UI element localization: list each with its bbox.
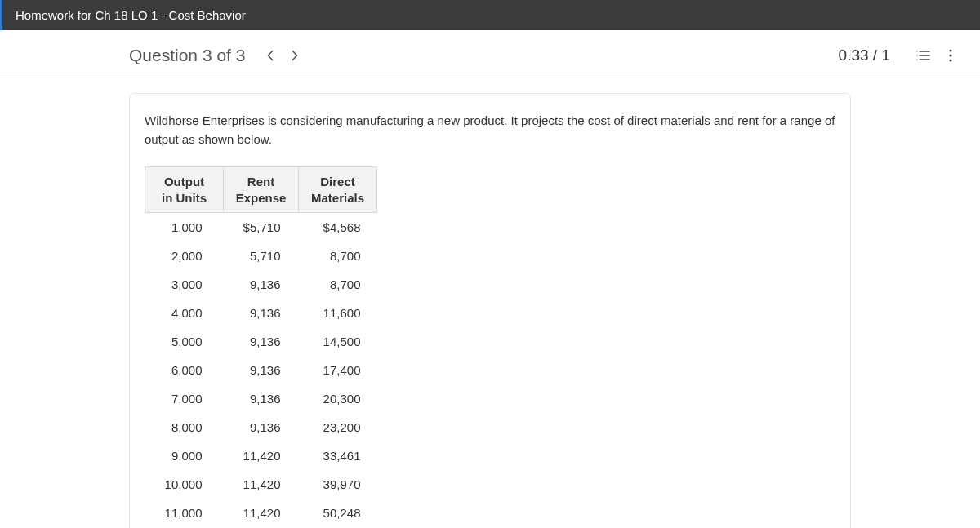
table-row: 5,0009,13614,500 (145, 327, 377, 356)
table-row: 4,0009,13611,600 (145, 299, 377, 327)
svg-point-7 (949, 54, 951, 56)
cell-rent: $5,710 (224, 213, 299, 242)
table-row: 1,000$5,710$4,568 (145, 213, 377, 242)
table-row: 9,00011,42033,461 (145, 441, 377, 470)
svg-point-6 (949, 49, 951, 51)
cell-direct-materials: 11,600 (299, 299, 377, 327)
cell-rent: 9,136 (224, 413, 299, 441)
cell-direct-materials: 23,200 (299, 413, 377, 441)
cell-direct-materials: 8,700 (299, 270, 377, 299)
cell-output: 10,000 (145, 470, 224, 499)
chevron-left-icon (266, 50, 274, 61)
cell-output: 6,000 (145, 356, 224, 384)
cell-rent: 9,136 (224, 270, 299, 299)
cell-output: 1,000 (145, 213, 224, 242)
col-header-rent: Rent Expense (224, 167, 299, 213)
page-header: Homework for Ch 18 LO 1 - Cost Behavior (0, 0, 980, 30)
svg-point-2 (916, 55, 917, 55)
page-title: Homework for Ch 18 LO 1 - Cost Behavior (16, 8, 246, 22)
table-row: 8,0009,13623,200 (145, 413, 377, 441)
question-nav-bar: Question 3 of 3 0.33 / 1 (0, 30, 980, 78)
cell-rent: 11,420 (224, 499, 299, 527)
cell-direct-materials: 14,500 (299, 327, 377, 356)
col-header-direct-materials: Direct Materials (299, 167, 377, 213)
table-row: 11,00011,42050,248 (145, 499, 377, 527)
chevron-right-icon (291, 50, 299, 61)
kebab-icon (949, 49, 952, 62)
table-row: 7,0009,13620,300 (145, 384, 377, 413)
cell-rent: 11,420 (224, 470, 299, 499)
cell-direct-materials: 20,300 (299, 384, 377, 413)
cell-output: 7,000 (145, 384, 224, 413)
cell-output: 11,000 (145, 499, 224, 527)
more-options-button[interactable] (941, 46, 960, 65)
cell-rent: 5,710 (224, 242, 299, 270)
svg-point-8 (949, 59, 951, 61)
cost-table: Output in Units Rent Expense Direct Mate… (145, 166, 377, 527)
cell-rent: 9,136 (224, 327, 299, 356)
svg-point-0 (916, 51, 917, 51)
score-display: 0.33 / 1 (839, 47, 890, 64)
list-icon (915, 50, 930, 61)
cell-direct-materials: 33,461 (299, 441, 377, 470)
cell-output: 2,000 (145, 242, 224, 270)
next-question-button[interactable] (284, 45, 305, 66)
cell-output: 3,000 (145, 270, 224, 299)
svg-point-4 (916, 59, 917, 60)
cell-rent: 11,420 (224, 441, 299, 470)
cell-rent: 9,136 (224, 356, 299, 384)
cell-direct-materials: $4,568 (299, 213, 377, 242)
question-counter: Question 3 of 3 (129, 46, 245, 65)
table-row: 6,0009,13617,400 (145, 356, 377, 384)
cell-output: 4,000 (145, 299, 224, 327)
cell-output: 8,000 (145, 413, 224, 441)
cell-direct-materials: 50,248 (299, 499, 377, 527)
content-area: Wildhorse Enterprises is considering man… (0, 78, 980, 528)
cell-direct-materials: 8,700 (299, 242, 377, 270)
table-row: 10,00011,42039,970 (145, 470, 377, 499)
question-prompt: Wildhorse Enterprises is considering man… (145, 112, 835, 149)
col-header-output: Output in Units (145, 167, 224, 213)
prev-question-button[interactable] (260, 45, 281, 66)
question-list-button[interactable] (913, 46, 933, 65)
table-row: 2,0005,7108,700 (145, 242, 377, 270)
cell-output: 9,000 (145, 441, 224, 470)
cell-direct-materials: 17,400 (299, 356, 377, 384)
question-card: Wildhorse Enterprises is considering man… (129, 93, 851, 528)
cell-direct-materials: 39,970 (299, 470, 377, 499)
cell-rent: 9,136 (224, 299, 299, 327)
table-row: 3,0009,1368,700 (145, 270, 377, 299)
cell-rent: 9,136 (224, 384, 299, 413)
cell-output: 5,000 (145, 327, 224, 356)
